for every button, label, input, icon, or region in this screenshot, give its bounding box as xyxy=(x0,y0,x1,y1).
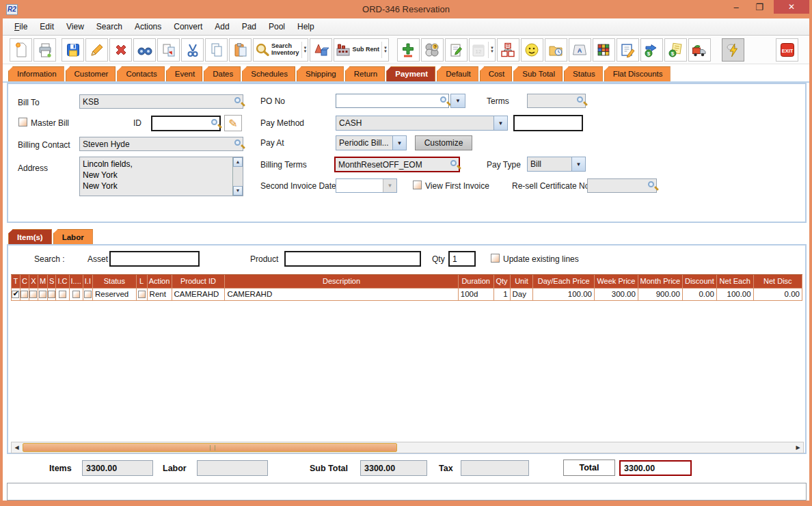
quick-action-button[interactable] xyxy=(722,38,744,62)
find-button[interactable] xyxy=(133,38,156,62)
column-header[interactable]: Description xyxy=(225,275,458,288)
maximize-button[interactable]: ❐ xyxy=(749,0,770,14)
checkbox-unchecked[interactable] xyxy=(39,291,46,298)
column-header[interactable]: Action xyxy=(147,275,172,288)
pay-method-extra-field[interactable] xyxy=(513,115,583,131)
tab-information[interactable]: Information xyxy=(8,66,64,82)
scroll-right-icon[interactable]: ▶ xyxy=(793,442,803,453)
scroll-left-icon[interactable]: ◀ xyxy=(12,442,22,453)
id-field[interactable] xyxy=(151,116,221,131)
column-header[interactable]: Net Disc xyxy=(753,275,802,288)
column-header[interactable]: L xyxy=(136,275,147,288)
transfer-button[interactable] xyxy=(157,38,180,62)
column-header[interactable]: Net Each xyxy=(716,275,753,288)
tab-labor[interactable]: Labor xyxy=(53,229,93,244)
minimize-button[interactable]: – xyxy=(726,0,746,14)
search-icon[interactable] xyxy=(648,181,654,187)
tab-item-s-[interactable]: Item(s) xyxy=(8,229,52,244)
column-header[interactable]: Status xyxy=(92,275,136,288)
asset-input[interactable] xyxy=(109,251,200,267)
exit-button[interactable]: EXIT xyxy=(776,38,798,62)
print-button[interactable] xyxy=(33,38,56,62)
billing-contact-field[interactable]: Steven Hyde xyxy=(79,137,243,151)
search-icon[interactable] xyxy=(234,97,241,103)
column-header[interactable]: I.C xyxy=(56,275,69,288)
menu-help[interactable]: Help xyxy=(291,20,321,34)
checkbox-unchecked[interactable] xyxy=(138,291,146,298)
checkbox-unchecked[interactable] xyxy=(29,291,37,298)
tab-status[interactable]: Status xyxy=(564,66,603,82)
menu-view[interactable]: View xyxy=(60,20,90,34)
history-folder-button[interactable] xyxy=(545,38,567,62)
tab-payment[interactable]: Payment xyxy=(386,66,435,82)
column-header[interactable]: Week Price xyxy=(595,275,638,288)
po-no-field[interactable] xyxy=(336,94,449,108)
delete-button[interactable] xyxy=(109,38,132,62)
tab-flat-discounts[interactable]: Flat Discounts xyxy=(604,66,671,82)
keyboard-button[interactable]: A xyxy=(569,38,591,62)
pay-at-combo[interactable]: Periodic Bill...▼ xyxy=(336,135,407,150)
billing-terms-field[interactable]: MonthResetOFF_EOM xyxy=(334,157,460,172)
column-header[interactable]: Qty xyxy=(493,275,510,288)
checkbox-checked[interactable] xyxy=(12,291,19,298)
checkbox-unchecked[interactable] xyxy=(48,291,55,298)
chevron-down-icon[interactable]: ▼ xyxy=(571,157,585,171)
org-chart-button[interactable] xyxy=(497,38,519,62)
search-icon[interactable] xyxy=(440,96,446,103)
checkbox-unchecked[interactable] xyxy=(59,291,66,298)
column-header[interactable]: Unit xyxy=(510,275,533,288)
column-header[interactable]: I.... xyxy=(69,275,83,288)
tab-customer[interactable]: Customer xyxy=(66,66,116,82)
menu-add[interactable]: Add xyxy=(208,20,235,34)
terms-field[interactable] xyxy=(527,94,586,108)
column-header[interactable]: Discount xyxy=(682,275,716,288)
contact-button[interactable] xyxy=(521,38,543,62)
menu-file[interactable]: File xyxy=(8,20,33,34)
product-input[interactable] xyxy=(284,251,421,267)
update-existing-lines-checkbox[interactable] xyxy=(491,254,500,263)
search-icon[interactable] xyxy=(234,139,241,146)
chevron-down-icon[interactable]: ▼▼ xyxy=(381,42,388,58)
tab-event[interactable]: Event xyxy=(166,66,202,82)
column-header[interactable]: X xyxy=(29,275,38,288)
chevron-down-icon[interactable]: ▼ xyxy=(392,136,406,150)
column-header[interactable]: M xyxy=(38,275,47,288)
tab-sub-total[interactable]: Sub Total xyxy=(513,66,563,82)
po-no-dropdown[interactable]: ▼ xyxy=(450,94,465,108)
bill-to-field[interactable]: KSB xyxy=(79,94,243,109)
chevron-down-icon[interactable]: ▼▼ xyxy=(301,42,308,58)
menu-actions[interactable]: Actions xyxy=(128,20,167,34)
save-button[interactable] xyxy=(62,38,84,62)
column-header[interactable]: T xyxy=(12,275,21,288)
invoice-button[interactable]: $ xyxy=(664,38,687,62)
menu-pad[interactable]: Pad xyxy=(236,20,262,34)
pay-method-combo[interactable]: CASH▼ xyxy=(336,116,508,131)
search-icon[interactable] xyxy=(211,119,217,125)
column-header[interactable]: Month Price xyxy=(638,275,682,288)
pay-type-combo[interactable]: Bill▼ xyxy=(527,157,586,172)
close-button[interactable]: ✕ xyxy=(774,0,809,14)
address-scrollbar[interactable]: ▲ ▼ xyxy=(232,157,243,196)
new-document-button[interactable] xyxy=(10,38,32,62)
group-query-button[interactable]: ? xyxy=(421,38,444,62)
column-header[interactable]: Duration xyxy=(458,275,493,288)
menu-convert[interactable]: Convert xyxy=(167,20,208,34)
cut-button[interactable] xyxy=(181,38,204,62)
tab-shipping[interactable]: Shipping xyxy=(297,66,344,82)
chevron-down-icon[interactable]: ▼ xyxy=(493,116,507,130)
column-header[interactable]: I.I xyxy=(83,275,92,288)
table-row[interactable]: ReservedRentCAMERAHDCAMERAHD100d1Day100.… xyxy=(12,288,802,300)
calendar-button[interactable]: 12▼▼ xyxy=(469,38,496,62)
notepad-button[interactable] xyxy=(445,38,468,62)
memo-button[interactable] xyxy=(617,38,639,62)
column-header[interactable]: Product ID xyxy=(172,275,225,288)
scroll-down-icon[interactable]: ▼ xyxy=(233,186,243,196)
checkbox-unchecked[interactable] xyxy=(72,291,80,298)
payment-transfer-button[interactable]: $ xyxy=(640,38,663,62)
view-first-invoice-checkbox[interactable] xyxy=(413,181,422,189)
scrollbar-thumb[interactable] xyxy=(23,443,397,452)
edit-id-button[interactable]: ✎ xyxy=(224,115,242,131)
menu-pool[interactable]: Pool xyxy=(262,20,291,34)
customize-button[interactable]: Customize xyxy=(415,135,472,150)
qty-input[interactable]: 1 xyxy=(448,251,476,267)
